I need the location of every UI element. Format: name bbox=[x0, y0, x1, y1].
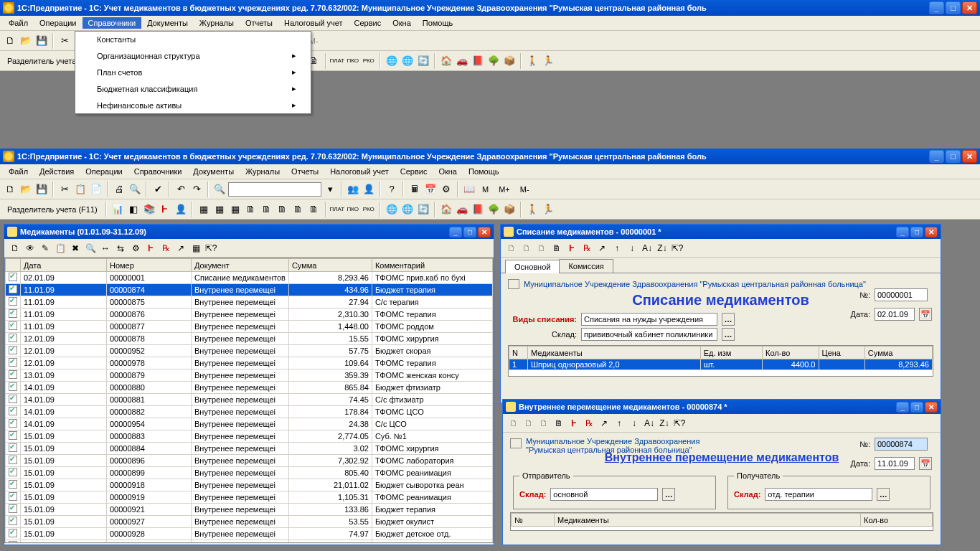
table-row[interactable]: 15.01.0900000899Внутренее перемещеі805.4… bbox=[6, 467, 493, 479]
mt-za-icon[interactable]: Z↓ bbox=[658, 417, 671, 430]
st-up-icon[interactable]: ↑ bbox=[611, 242, 623, 255]
table-row[interactable]: 02.01.0900000001Списание медикаментов8,2… bbox=[6, 272, 493, 284]
tb2-car-icon[interactable]: 🚗 bbox=[455, 202, 469, 217]
run-icon[interactable]: 🏃 bbox=[541, 54, 555, 68]
date-picker-button[interactable]: 📅 bbox=[919, 308, 932, 321]
tb2-cube-icon[interactable]: ◧ bbox=[126, 202, 141, 217]
tb2-plat-icon[interactable]: ПЛАТ bbox=[330, 202, 344, 217]
move-to-button[interactable]: … bbox=[877, 488, 890, 501]
maximize-button[interactable]: □ bbox=[946, 1, 961, 14]
st-i2-icon[interactable]: 🗋 bbox=[520, 242, 533, 255]
book2-icon[interactable]: 📕 bbox=[471, 54, 485, 68]
copy-icon-2[interactable]: 📋 bbox=[73, 182, 88, 197]
save-icon-2[interactable]: 💾 bbox=[34, 182, 49, 197]
table-row[interactable]: 11.01.0900000877Внутренее перемещеі1,448… bbox=[6, 321, 493, 333]
jt-del-icon[interactable]: ✖ bbox=[69, 242, 82, 255]
new-icon-2[interactable]: 🗋 bbox=[3, 182, 17, 197]
move-close-button[interactable]: ✕ bbox=[925, 402, 938, 413]
cut-icon[interactable]: ✂ bbox=[57, 34, 72, 48]
journal-col[interactable]: Документ bbox=[192, 259, 289, 272]
row-check-icon[interactable] bbox=[9, 492, 17, 501]
row-check-icon[interactable] bbox=[9, 407, 17, 415]
journal-col[interactable]: Сумма bbox=[288, 259, 372, 272]
table-row[interactable]: 14.01.0900000880Внутренее перемещеі865.8… bbox=[6, 382, 493, 394]
row-check-icon[interactable] bbox=[9, 321, 17, 330]
menu-Сервис[interactable]: Сервис bbox=[349, 17, 387, 29]
sklad-input[interactable] bbox=[581, 328, 717, 341]
maximize-button-2[interactable]: □ bbox=[946, 150, 961, 163]
menu2-Операции[interactable]: Операции bbox=[80, 166, 128, 177]
jt-view-icon[interactable]: 👁 bbox=[24, 242, 37, 255]
table-row[interactable]: 15.01.0900000896Внутренее перемещеі7,302… bbox=[6, 455, 493, 467]
walk-icon[interactable]: 🚶 bbox=[525, 54, 540, 68]
row-check-icon[interactable] bbox=[9, 370, 17, 379]
jt-range-icon[interactable]: ↔ bbox=[99, 242, 112, 255]
row-check-icon[interactable] bbox=[9, 456, 17, 464]
table-row[interactable]: 15.01.0900000927Внутренее перемещеі53.55… bbox=[6, 516, 493, 528]
menu-Справочники[interactable]: Справочники bbox=[83, 17, 142, 29]
home-icon[interactable]: 🏠 bbox=[439, 54, 453, 68]
row-check-icon[interactable] bbox=[9, 480, 17, 489]
jt-find-icon[interactable]: 🔍 bbox=[84, 242, 97, 255]
st-i1-icon[interactable]: 🗋 bbox=[505, 242, 518, 255]
splitter-label-2[interactable]: Разделитель учета (F11) bbox=[3, 205, 102, 214]
vid-input[interactable] bbox=[581, 313, 717, 326]
spisanie-col[interactable]: N bbox=[509, 347, 528, 359]
menu2-Файл[interactable]: Файл bbox=[3, 166, 34, 177]
tab-osnovnoi[interactable]: Основной bbox=[505, 260, 560, 273]
tab-komissiya[interactable]: Комиссия bbox=[559, 259, 613, 273]
move-sklad-from-input[interactable] bbox=[550, 488, 658, 501]
close-button[interactable]: ✕ bbox=[962, 1, 977, 14]
calc-icon-2[interactable]: 🖩 bbox=[407, 182, 422, 197]
table-row[interactable]: 11.01.0900000876Внутренее перемещеі2,310… bbox=[6, 309, 493, 321]
help-icon-2[interactable]: ? bbox=[385, 182, 399, 197]
row-check-icon[interactable] bbox=[9, 419, 17, 428]
table-row[interactable]: 14.01.0900000882Внутренее перемещеі178.8… bbox=[6, 406, 493, 418]
menu2-Действия[interactable]: Действия bbox=[34, 166, 80, 177]
binoc-icon-2[interactable]: 🔍 bbox=[212, 182, 227, 197]
row-check-icon[interactable] bbox=[9, 431, 17, 440]
journal-col[interactable]: Комментарий bbox=[372, 259, 492, 272]
journal-min-button[interactable]: _ bbox=[449, 227, 462, 237]
journal-col[interactable] bbox=[6, 259, 21, 272]
st-dn-icon[interactable]: ↓ bbox=[626, 242, 639, 255]
table-row[interactable]: 14.01.0900000954Внутренее перемещеі24.38… bbox=[6, 418, 493, 430]
move-num-input[interactable] bbox=[875, 438, 928, 451]
jt-new-icon[interactable]: 🗋 bbox=[9, 242, 22, 255]
row-check-icon[interactable] bbox=[9, 517, 17, 525]
date-input[interactable] bbox=[875, 308, 915, 321]
table-row[interactable]: 11.01.0900000875Внутренее перемещеі27.94… bbox=[6, 296, 493, 309]
mt-rx2-icon[interactable]: ℞ bbox=[583, 417, 595, 430]
row-check-icon[interactable] bbox=[9, 443, 17, 452]
journal-grid[interactable]: ДатаНомерДокументСуммаКомментарий02.01.0… bbox=[4, 258, 494, 543]
st-i3-icon[interactable]: 🗋 bbox=[535, 242, 548, 255]
people3-icon[interactable]: 👤 bbox=[362, 182, 376, 197]
tb2-d2-icon[interactable]: 🗎 bbox=[260, 202, 274, 217]
menu-Журналы[interactable]: Журналы bbox=[194, 17, 240, 29]
jt-edit-icon[interactable]: ✎ bbox=[39, 242, 52, 255]
tb2-g2-icon[interactable]: ▦ bbox=[212, 202, 227, 217]
row-check-icon[interactable] bbox=[9, 334, 17, 342]
move-col[interactable]: Медикаменты bbox=[555, 514, 861, 527]
book-icon-2[interactable]: 📖 bbox=[462, 182, 476, 197]
menu-Операции[interactable]: Операции bbox=[34, 17, 82, 29]
dropdown-item[interactable]: Константы bbox=[75, 32, 311, 47]
people-icon-2[interactable]: 👥 bbox=[346, 182, 360, 197]
st-za-icon[interactable]: Z↓ bbox=[656, 242, 669, 255]
spisanie-col[interactable]: Сумма bbox=[864, 347, 932, 359]
tb2-box-icon[interactable]: 📦 bbox=[502, 202, 517, 217]
row-check-icon[interactable] bbox=[9, 468, 17, 476]
journal-col[interactable]: Дата bbox=[21, 259, 107, 272]
row-check-icon[interactable] bbox=[9, 346, 17, 354]
dropdown-item[interactable]: Организационная структура▸ bbox=[75, 47, 311, 64]
globe1-icon[interactable]: 🌐 bbox=[385, 54, 399, 68]
cut-icon-2[interactable]: ✂ bbox=[57, 182, 72, 197]
menu-Окна[interactable]: Окна bbox=[387, 17, 417, 29]
table-row[interactable]: 1Шприц одноразовый 2,0шт.4400.08,293.46 bbox=[509, 359, 933, 370]
menu2-Налоговый учет[interactable]: Налоговый учет bbox=[324, 166, 395, 177]
move-sklad-to-input[interactable] bbox=[765, 488, 872, 501]
tb2-person-icon[interactable]: 👤 bbox=[174, 202, 188, 217]
jt-rx2-icon[interactable]: ℞ bbox=[159, 242, 172, 255]
row-check-icon[interactable] bbox=[9, 504, 17, 513]
row-check-icon[interactable] bbox=[9, 382, 17, 391]
